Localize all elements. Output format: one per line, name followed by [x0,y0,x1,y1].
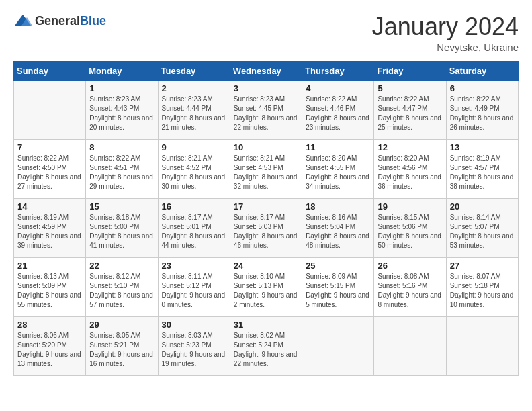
day-info: Sunrise: 8:20 AM Sunset: 4:56 PM Dayligh… [378,154,442,191]
calendar-weekday: Thursday [302,61,374,80]
calendar-cell: 9Sunrise: 8:21 AM Sunset: 4:52 PM Daylig… [158,139,230,198]
calendar-cell: 22Sunrise: 8:12 AM Sunset: 5:10 PM Dayli… [86,257,158,316]
day-number: 9 [162,142,226,152]
day-info: Sunrise: 8:22 AM Sunset: 4:51 PM Dayligh… [89,154,154,191]
day-info: Sunrise: 8:17 AM Sunset: 5:03 PM Dayligh… [234,213,298,250]
calendar-cell: 8Sunrise: 8:22 AM Sunset: 4:51 PM Daylig… [86,139,158,198]
day-info: Sunrise: 8:06 AM Sunset: 5:20 PM Dayligh… [17,331,82,369]
day-number: 29 [89,320,154,330]
day-number: 31 [234,320,298,330]
calendar-cell: 19Sunrise: 8:15 AM Sunset: 5:06 PM Dayli… [374,198,446,257]
day-number: 27 [450,261,515,271]
calendar-cell: 10Sunrise: 8:21 AM Sunset: 4:53 PM Dayli… [230,139,302,198]
calendar-week-row: 21Sunrise: 8:13 AM Sunset: 5:09 PM Dayli… [14,257,519,316]
day-info: Sunrise: 8:13 AM Sunset: 5:09 PM Dayligh… [17,272,82,310]
day-number: 4 [306,83,370,93]
day-info: Sunrise: 8:22 AM Sunset: 4:47 PM Dayligh… [378,95,442,132]
day-info: Sunrise: 8:22 AM Sunset: 4:50 PM Dayligh… [17,154,82,191]
calendar-weekday: Saturday [446,61,518,80]
day-info: Sunrise: 8:14 AM Sunset: 5:07 PM Dayligh… [450,213,515,250]
day-info: Sunrise: 8:23 AM Sunset: 4:43 PM Dayligh… [89,95,154,132]
header: GeneralBlue January 2024 Nevytske, Ukrai… [13,13,519,53]
calendar-weekday: Tuesday [158,61,230,80]
day-number: 13 [450,142,515,152]
day-info: Sunrise: 8:02 AM Sunset: 5:24 PM Dayligh… [234,331,298,369]
day-info: Sunrise: 8:20 AM Sunset: 4:55 PM Dayligh… [306,154,370,191]
day-info: Sunrise: 8:03 AM Sunset: 5:23 PM Dayligh… [162,331,226,369]
logo-text: GeneralBlue [35,14,106,28]
day-number: 23 [162,261,226,271]
day-number: 2 [162,83,226,93]
calendar-cell: 27Sunrise: 8:07 AM Sunset: 5:18 PM Dayli… [446,257,518,316]
day-number: 22 [89,261,154,271]
calendar-cell: 12Sunrise: 8:20 AM Sunset: 4:56 PM Dayli… [374,139,446,198]
calendar-cell: 17Sunrise: 8:17 AM Sunset: 5:03 PM Dayli… [230,198,302,257]
day-info: Sunrise: 8:08 AM Sunset: 5:16 PM Dayligh… [378,272,442,310]
day-number: 24 [234,261,298,271]
calendar-cell: 24Sunrise: 8:10 AM Sunset: 5:13 PM Dayli… [230,257,302,316]
day-number: 26 [378,261,442,271]
logo-blue: Blue [80,14,106,28]
day-info: Sunrise: 8:21 AM Sunset: 4:53 PM Dayligh… [234,154,298,191]
calendar-header-row: SundayMondayTuesdayWednesdayThursdayFrid… [14,61,519,80]
calendar-week-row: 28Sunrise: 8:06 AM Sunset: 5:20 PM Dayli… [14,316,519,375]
calendar-cell: 14Sunrise: 8:19 AM Sunset: 4:59 PM Dayli… [14,198,86,257]
day-info: Sunrise: 8:15 AM Sunset: 5:06 PM Dayligh… [378,213,442,250]
day-number: 8 [89,142,154,152]
calendar-cell: 28Sunrise: 8:06 AM Sunset: 5:20 PM Dayli… [14,316,86,375]
calendar-weekday: Wednesday [230,61,302,80]
day-info: Sunrise: 8:11 AM Sunset: 5:12 PM Dayligh… [162,272,226,310]
day-info: Sunrise: 8:10 AM Sunset: 5:13 PM Dayligh… [234,272,298,310]
day-info: Sunrise: 8:23 AM Sunset: 4:44 PM Dayligh… [162,95,226,132]
day-number: 15 [89,201,154,212]
day-number: 3 [234,83,298,93]
month-title: January 2024 [372,13,519,40]
calendar-week-row: 7Sunrise: 8:22 AM Sunset: 4:50 PM Daylig… [14,139,519,198]
calendar-week-row: 14Sunrise: 8:19 AM Sunset: 4:59 PM Dayli… [14,198,519,257]
day-info: Sunrise: 8:05 AM Sunset: 5:21 PM Dayligh… [89,331,154,369]
calendar-cell [302,316,374,375]
day-info: Sunrise: 8:18 AM Sunset: 5:00 PM Dayligh… [89,213,154,250]
logo: GeneralBlue [13,13,106,28]
calendar: SundayMondayTuesdayWednesdayThursdayFrid… [13,61,519,376]
calendar-cell: 6Sunrise: 8:22 AM Sunset: 4:49 PM Daylig… [446,80,518,139]
day-number: 6 [450,83,515,93]
calendar-cell [374,316,446,375]
day-info: Sunrise: 8:22 AM Sunset: 4:46 PM Dayligh… [306,95,370,132]
calendar-cell: 21Sunrise: 8:13 AM Sunset: 5:09 PM Dayli… [14,257,86,316]
day-number: 10 [234,142,298,152]
day-number: 21 [17,261,82,271]
calendar-weekday: Sunday [14,61,86,80]
day-info: Sunrise: 8:19 AM Sunset: 4:57 PM Dayligh… [450,154,515,191]
day-number: 18 [306,201,370,212]
calendar-cell [446,316,518,375]
day-number: 17 [234,201,298,212]
day-info: Sunrise: 8:09 AM Sunset: 5:15 PM Dayligh… [306,272,370,310]
calendar-cell: 11Sunrise: 8:20 AM Sunset: 4:55 PM Dayli… [302,139,374,198]
calendar-cell: 25Sunrise: 8:09 AM Sunset: 5:15 PM Dayli… [302,257,374,316]
calendar-cell: 2Sunrise: 8:23 AM Sunset: 4:44 PM Daylig… [158,80,230,139]
calendar-weekday: Friday [374,61,446,80]
calendar-cell: 5Sunrise: 8:22 AM Sunset: 4:47 PM Daylig… [374,80,446,139]
calendar-cell: 30Sunrise: 8:03 AM Sunset: 5:23 PM Dayli… [158,316,230,375]
day-info: Sunrise: 8:17 AM Sunset: 5:01 PM Dayligh… [162,213,226,250]
day-number: 20 [450,201,515,212]
day-number: 1 [89,83,154,93]
calendar-cell: 23Sunrise: 8:11 AM Sunset: 5:12 PM Dayli… [158,257,230,316]
calendar-cell: 29Sunrise: 8:05 AM Sunset: 5:21 PM Dayli… [86,316,158,375]
day-info: Sunrise: 8:12 AM Sunset: 5:10 PM Dayligh… [89,272,154,310]
day-number: 25 [306,261,370,271]
calendar-week-row: 1Sunrise: 8:23 AM Sunset: 4:43 PM Daylig… [14,80,519,139]
day-info: Sunrise: 8:16 AM Sunset: 5:04 PM Dayligh… [306,213,370,250]
calendar-weekday: Monday [86,61,158,80]
calendar-cell: 16Sunrise: 8:17 AM Sunset: 5:01 PM Dayli… [158,198,230,257]
day-info: Sunrise: 8:21 AM Sunset: 4:52 PM Dayligh… [162,154,226,191]
calendar-cell: 3Sunrise: 8:23 AM Sunset: 4:45 PM Daylig… [230,80,302,139]
location-title: Nevytske, Ukraine [372,42,519,53]
day-number: 7 [17,142,82,152]
logo-general: General [35,14,80,28]
calendar-cell: 18Sunrise: 8:16 AM Sunset: 5:04 PM Dayli… [302,198,374,257]
day-number: 5 [378,83,442,93]
calendar-cell: 4Sunrise: 8:22 AM Sunset: 4:46 PM Daylig… [302,80,374,139]
title-area: January 2024 Nevytske, Ukraine [372,13,519,53]
